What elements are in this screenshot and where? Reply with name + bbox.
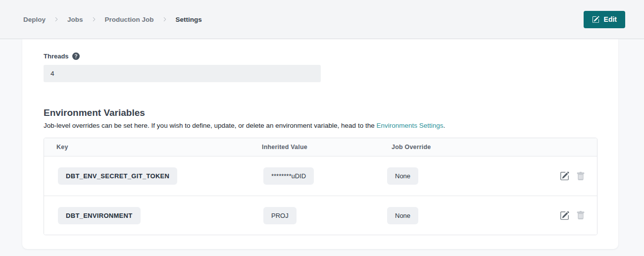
environment-variables-description: Job-level overrides can be set here. If … xyxy=(44,122,597,129)
edit-button[interactable]: Edit xyxy=(584,11,625,28)
description-period: . xyxy=(444,122,446,129)
breadcrumb-item-production-job[interactable]: Production Job xyxy=(105,16,154,23)
table-row: DBT_ENVIRONMENT PROJ None xyxy=(44,196,597,235)
threads-field-group: Threads xyxy=(44,52,597,82)
environment-variables-section: Environment Variables Job-level override… xyxy=(44,107,597,235)
inherited-value-badge: ********uDID xyxy=(263,167,314,185)
settings-card: Threads Environment Variables Job-level … xyxy=(22,39,618,249)
edit-row-icon[interactable] xyxy=(560,211,569,220)
inherited-value-badge: PROJ xyxy=(263,207,297,224)
breadcrumb-item-jobs[interactable]: Jobs xyxy=(67,16,83,23)
threads-input[interactable] xyxy=(44,65,321,82)
job-override-badge: None xyxy=(387,167,418,185)
threads-label: Threads xyxy=(44,52,69,60)
breadcrumb-item-deploy[interactable]: Deploy xyxy=(23,16,46,23)
column-header-inherited-value: Inherited Value xyxy=(249,144,379,151)
edit-row-icon[interactable] xyxy=(560,171,569,181)
table-header-row: Key Inherited Value Job Override xyxy=(44,138,597,156)
environments-settings-link[interactable]: Environments Settings xyxy=(376,122,443,129)
edit-pencil-icon xyxy=(592,16,599,23)
description-text: Job-level overrides can be set here. If … xyxy=(44,122,376,129)
breadcrumb-item-settings: Settings xyxy=(176,16,202,23)
column-header-key: Key xyxy=(44,144,249,151)
trash-icon[interactable] xyxy=(576,172,585,181)
environment-variables-title: Environment Variables xyxy=(44,107,597,118)
trash-icon[interactable] xyxy=(576,211,585,220)
chevron-right-icon xyxy=(92,17,97,22)
question-circle-icon[interactable] xyxy=(72,52,80,60)
env-var-key-badge: DBT_ENV_SECRET_GIT_TOKEN xyxy=(58,167,177,185)
chevron-right-icon xyxy=(54,17,59,22)
job-override-badge: None xyxy=(387,207,418,224)
chevron-right-icon xyxy=(162,17,167,22)
environment-variables-table: Key Inherited Value Job Override DBT_ENV… xyxy=(44,138,597,235)
breadcrumb: Deploy Jobs Production Job Settings xyxy=(23,16,202,23)
env-var-key-badge: DBT_ENVIRONMENT xyxy=(58,207,141,224)
edit-button-label: Edit xyxy=(604,15,617,23)
column-header-job-override: Job Override xyxy=(379,144,585,151)
breadcrumb-bar: Deploy Jobs Production Job Settings Edit xyxy=(0,0,644,39)
table-row: DBT_ENV_SECRET_GIT_TOKEN ********uDID No… xyxy=(44,156,597,196)
